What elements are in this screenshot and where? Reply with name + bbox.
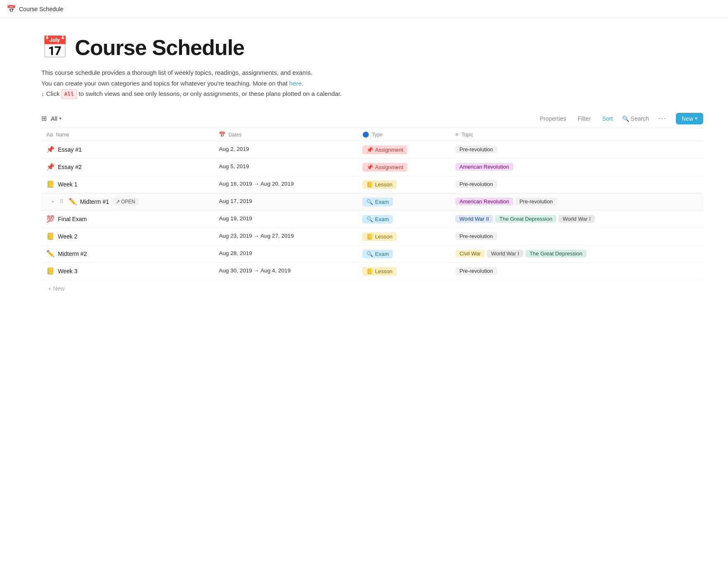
col-header-dates: 📅 Dates [214,128,357,141]
table-header: Aa Name 📅 Dates 🔵 Type ≡ Topic [41,128,703,141]
date-value: Aug 2, 2019 [219,146,249,152]
type-col-icon: 🔵 [362,131,369,138]
page-icon: 📅 [41,35,68,60]
type-cell-midterm2: 🔍 Exam [357,246,450,263]
grid-icon: ⊞ [41,114,47,122]
type-icon: 📒 [366,181,373,188]
all-badge[interactable]: All [61,89,77,99]
type-label: Exam [375,199,389,205]
row-name: Final Exam [58,216,87,222]
topic-cell-midterm1: American RevolutionPre-revolution [450,193,703,211]
open-button[interactable]: ↗ OPEN [113,198,139,205]
name-cell-finalexam[interactable]: 💯 Final Exam [41,211,214,228]
search-icon: 🔍 [622,115,629,122]
topic-tag: Pre-revolution [455,145,497,153]
type-badge: 📒 Lesson [362,232,397,241]
add-row-button[interactable]: + [50,198,56,205]
all-views-label: All [51,115,57,122]
date-cell-week3: Aug 30, 2019 → Aug 4, 2019 [214,263,357,280]
col-topic-label: Topic [461,132,473,138]
type-label: Exam [375,251,389,257]
row-actions: + ⠿ [50,198,65,205]
type-cell-midterm1: 🔍 Exam [357,193,450,211]
type-badge: 🔍 Exam [362,198,393,206]
description: This course schedule provides a thorough… [41,67,703,99]
col-header-type: 🔵 Type [357,128,450,141]
add-new-cell: + New [41,280,703,297]
table-row: 📌 Essay #1 Aug 2, 2019 📌 Assignment Pre-… [41,141,703,159]
table-row: ✏️ Midterm #2 Aug 28, 2019 🔍 Exam Civil … [41,246,703,263]
row-name: Midterm #1 [80,198,109,205]
new-button[interactable]: New ▾ [676,113,703,124]
more-options-button[interactable]: ··· [656,112,669,124]
row-emoji: 💯 [46,215,55,223]
date-value: Aug 28, 2019 [219,250,252,256]
date-cell-essay1: Aug 2, 2019 [214,141,357,159]
row-emoji: ✏️ [46,250,55,258]
type-cell-week3: 📒 Lesson [357,263,450,280]
name-cell-essay2[interactable]: 📌 Essay #2 [41,159,214,176]
table-body: 📌 Essay #1 Aug 2, 2019 📌 Assignment Pre-… [41,141,703,280]
type-icon: 🔍 [366,251,373,257]
add-new-row: + New [41,280,703,297]
date-value: Aug 17, 2019 [219,198,252,204]
topic-tag: Civil War [455,250,485,258]
header-row: Aa Name 📅 Dates 🔵 Type ≡ Topic [41,128,703,141]
name-cell-week2[interactable]: 📒 Week 2 [41,228,214,246]
type-label: Lesson [375,234,393,240]
type-icon: 🔍 [366,216,373,222]
name-cell-midterm2[interactable]: ✏️ Midterm #2 [41,246,214,263]
row-emoji: 📒 [46,232,55,240]
table-row: 📒 Week 1 Aug 16, 2019 → Aug 20, 2019 📒 L… [41,176,703,193]
type-badge: 📌 Assignment [362,145,407,154]
col-dates-label: Dates [229,132,242,138]
dates-col-icon: 📅 [219,131,225,138]
topic-col-icon: ≡ [455,131,459,138]
name-cell-week3[interactable]: 📒 Week 3 [41,263,214,280]
date-cell-essay2: Aug 5, 2019 [214,159,357,176]
chevron-down-icon: ▾ [59,116,62,121]
sort-button[interactable]: Sort [600,114,615,124]
type-badge: 📒 Lesson [362,180,397,189]
app-icon: 📅 [7,5,16,14]
drag-handle[interactable]: ⠿ [58,198,65,205]
date-cell-week2: Aug 23, 2019 → Aug 27, 2019 [214,228,357,246]
description-line1: This course schedule provides a thorough… [41,67,703,78]
row-emoji: 📒 [46,180,55,188]
all-views-button[interactable]: All ▾ [48,114,64,124]
name-cell-midterm1[interactable]: + ⠿ ✏️ Midterm #1 ↗ OPEN [41,193,214,211]
topic-tag: Pre-revolution [515,198,557,205]
topic-tag: Pre-revolution [455,232,497,240]
row-emoji: ✏️ [69,198,77,205]
col-header-topic: ≡ Topic [450,128,703,141]
topic-tag: The Great Depression [525,250,587,258]
type-badge: 🔍 Exam [362,250,393,258]
row-name: Essay #2 [58,164,82,170]
properties-button[interactable]: Properties [537,114,569,124]
topic-tag: World War II [455,215,493,223]
type-cell-essay2: 📌 Assignment [357,159,450,176]
topic-cell-week1: Pre-revolution [450,176,703,193]
type-label: Lesson [375,181,393,188]
here-link[interactable]: here [289,80,302,87]
row-emoji: 📒 [46,267,55,275]
filter-button[interactable]: Filter [575,114,593,124]
type-icon: 📌 [366,147,373,153]
page-header: 📅 Course Schedule [41,35,703,60]
name-cell-week1[interactable]: 📒 Week 1 [41,176,214,193]
col-header-name: Aa Name [41,128,214,141]
table-row: + ⠿ ✏️ Midterm #1 ↗ OPEN Aug 17, 2019 🔍 … [41,193,703,211]
type-cell-essay1: 📌 Assignment [357,141,450,159]
col-name-label: Name [56,132,69,138]
type-icon: 📒 [366,234,373,240]
row-name: Essay #1 [58,146,82,153]
table-row: 📒 Week 2 Aug 23, 2019 → Aug 27, 2019 📒 L… [41,228,703,246]
search-button[interactable]: 🔍 Search [622,115,649,122]
name-cell-essay1[interactable]: 📌 Essay #1 [41,141,214,159]
topic-cell-week3: Pre-revolution [450,263,703,280]
row-name: Week 2 [58,233,77,240]
add-new-button[interactable]: + New [46,284,66,293]
type-badge: 📒 Lesson [362,267,397,276]
topic-cell-week2: Pre-revolution [450,228,703,246]
row-emoji: 📌 [46,163,55,171]
